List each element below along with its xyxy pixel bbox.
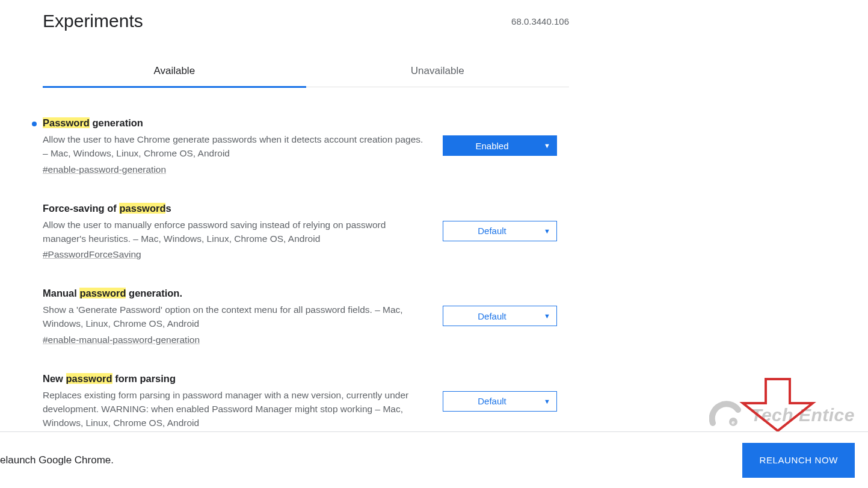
flag-title-highlight: password (119, 203, 165, 214)
flag-select-wrap: Enabled▼ (443, 135, 557, 156)
flag-row: Manual password generation.Show a 'Gener… (43, 288, 569, 345)
flag-title: Manual password generation. (43, 288, 431, 299)
flag-select-wrap: Default▼ (443, 221, 557, 241)
page-title: Experiments (43, 11, 143, 31)
flag-title-post: generation. (126, 288, 182, 298)
flag-description: Show a 'Generate Password' option on the… (43, 303, 431, 331)
flag-title-highlight: password (66, 373, 112, 384)
relaunch-button[interactable]: RELAUNCH NOW (742, 443, 855, 478)
flag-title-post: generation (90, 117, 143, 128)
flag-title: Password generation (43, 117, 431, 129)
flag-select-value: Default (478, 396, 506, 406)
flag-hash-link[interactable]: #enable-manual-password-generation (43, 335, 200, 345)
svg-point-0 (729, 418, 737, 426)
modified-dot-icon (32, 122, 37, 126)
flag-select[interactable]: Default▼ (443, 391, 557, 412)
chevron-down-icon: ▼ (544, 312, 550, 320)
flag-select-value: Enabled (475, 141, 508, 151)
flag-row: Force-saving of passwordsAllow the user … (43, 203, 569, 261)
flag-hash-link[interactable]: #PasswordForceSaving (43, 249, 141, 260)
flag-hash-link[interactable]: #enable-password-generation (43, 164, 166, 175)
header: Experiments 68.0.3440.106 (43, 11, 569, 31)
svg-text:e: e (732, 419, 736, 425)
globe-icon: e (709, 400, 742, 433)
flag-title-pre: Force-saving of (43, 203, 119, 214)
version-text: 68.0.3440.106 (511, 16, 569, 26)
flag-select[interactable]: Default▼ (443, 221, 557, 241)
flag-body: Manual password generation.Show a 'Gener… (43, 288, 443, 345)
flag-row: Password generationAllow the user to hav… (43, 117, 569, 175)
bottom-bar: elaunch Google Chrome. RELAUNCH NOW (0, 431, 868, 488)
flag-select-wrap: Default▼ (443, 391, 557, 412)
flag-title-pre: New (43, 373, 66, 384)
flag-select[interactable]: Default▼ (443, 306, 557, 326)
flag-select-wrap: Default▼ (443, 306, 557, 326)
chevron-down-icon: ▼ (544, 227, 550, 235)
watermark-brand: Tech Entice (751, 405, 855, 425)
flag-select-value: Default (478, 311, 506, 321)
flag-title-highlight: Password (43, 117, 90, 128)
relaunch-notice: elaunch Google Chrome. (0, 454, 114, 466)
tabs-bar: Available Unavailable (43, 55, 569, 87)
tab-available[interactable]: Available (43, 55, 306, 87)
tab-unavailable[interactable]: Unavailable (306, 55, 570, 87)
flag-description: Allow the user to have Chrome generate p… (43, 132, 431, 161)
flag-body: Password generationAllow the user to hav… (43, 117, 443, 175)
arrow-down-icon (736, 377, 820, 432)
flag-title: New password form parsing (43, 373, 431, 385)
flag-title: Force-saving of passwords (43, 203, 431, 214)
flags-list: Password generationAllow the user to hav… (43, 117, 569, 444)
flag-description: Allow the user to manually enforce passw… (43, 218, 431, 246)
flag-description: Replaces existing form parsing in passwo… (43, 388, 431, 430)
flag-title-post: form parsing (112, 373, 176, 384)
flag-title-pre: Manual (43, 288, 79, 298)
flag-select-value: Default (478, 226, 506, 236)
chevron-down-icon: ▼ (544, 398, 550, 405)
flag-body: Force-saving of passwordsAllow the user … (43, 203, 443, 261)
flag-title-post: s (165, 203, 171, 214)
chevron-down-icon: ▼ (544, 142, 550, 149)
flag-title-highlight: password (79, 288, 126, 298)
flag-select[interactable]: Enabled▼ (443, 135, 557, 156)
